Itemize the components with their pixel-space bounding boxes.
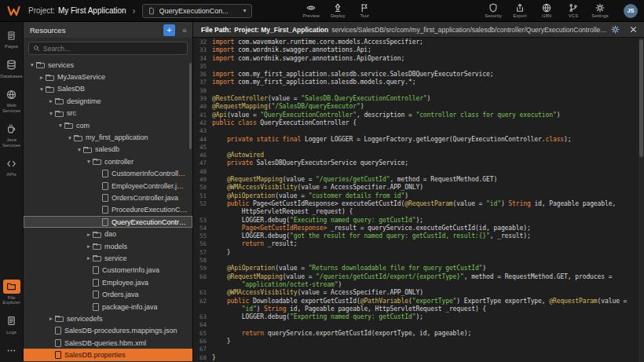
- tree-item-queryexecutioncontroller-java[interactable]: QueryExecutionController.java: [24, 216, 192, 228]
- tree-item-src[interactable]: ▾src: [24, 108, 192, 119]
- tree-item-employeecontroller-java[interactable]: EmployeeController.java: [24, 180, 192, 192]
- caret-right-icon[interactable]: ▸: [85, 243, 93, 250]
- file-settings-gear-icon[interactable]: [611, 25, 620, 34]
- code-line-68[interactable]: 68}: [193, 354, 639, 362]
- collapse-panel-icon[interactable]: [180, 26, 189, 35]
- code-line-wrap[interactable]: "application/octet-stream"): [193, 281, 639, 289]
- topbar-action-deploy[interactable]: Deploy: [328, 3, 347, 18]
- sidebar-scrollbar[interactable]: [189, 63, 192, 149]
- rail-item-databases[interactable]: Databases: [0, 58, 24, 79]
- add-resource-button[interactable]: +: [163, 24, 175, 36]
- code-line-59[interactable]: 59 @ApiOperation(value = "Returns downlo…: [193, 265, 639, 272]
- code-line-wrap[interactable]: "id") String id, Pageable pageable, Http…: [193, 305, 639, 313]
- code-line-52[interactable]: 52 public Page<GetCustIdResponse> execut…: [193, 200, 639, 208]
- caret-right-icon[interactable]: ▸: [85, 231, 93, 238]
- tree-item-com[interactable]: ▾com: [24, 119, 192, 131]
- caret-down-icon[interactable]: ▾: [75, 146, 83, 153]
- caret-down-icon[interactable]: ▾: [28, 61, 36, 68]
- code-line-40[interactable]: 40@RequestMapping("/SalesDB/queryExecuto…: [193, 103, 639, 111]
- tree-item-procedureexecutioncontroller-java[interactable]: ProcedureExecutionController.java: [24, 204, 192, 216]
- code-line-61[interactable]: 61 @WMAccessVisibility(value = AccessSpe…: [193, 289, 639, 297]
- tree-item-orderscontroller-java[interactable]: OrdersController.java: [24, 192, 192, 203]
- topbar-action-preview[interactable]: Preview: [302, 3, 320, 18]
- wavemaker-logo[interactable]: [5, 4, 22, 18]
- tree-item-orders-java[interactable]: Orders.java: [24, 288, 192, 300]
- tree-item-salesdb-queries-hbm-xml[interactable]: SalesDB-queries.hbm.xml: [24, 337, 192, 349]
- code-line-67[interactable]: 67: [193, 346, 639, 353]
- code-line-39[interactable]: 39@RestController(value = "SalesDB.Query…: [193, 95, 639, 103]
- rail-item-more[interactable]: [0, 343, 24, 357]
- caret-right-icon[interactable]: ▸: [85, 254, 93, 261]
- code-line-64[interactable]: 64: [193, 321, 639, 329]
- caret-right-icon[interactable]: ▸: [47, 97, 55, 104]
- rail-item-logs[interactable]: Logs: [0, 314, 24, 335]
- tree-item-salesdb[interactable]: ▾SalesDB: [24, 83, 192, 95]
- code-line-43[interactable]: 43: [193, 127, 639, 135]
- close-file-icon[interactable]: [629, 25, 638, 34]
- code-line-66[interactable]: 66 }: [193, 338, 639, 346]
- caret-down-icon[interactable]: ▾: [85, 158, 93, 165]
- code-line-56[interactable]: 56 return _result;: [193, 240, 639, 248]
- tree-item-my-first-application[interactable]: ▾my_first_application: [24, 131, 192, 143]
- rail-item-web-services[interactable]: Web Services: [0, 87, 24, 113]
- editor-scroll-thumb[interactable]: [639, 39, 643, 157]
- code-line-58[interactable]: 58: [193, 257, 639, 265]
- topbar-action-security[interactable]: Security: [484, 3, 503, 18]
- editor-scrollbar[interactable]: [639, 38, 644, 362]
- tree-item-models[interactable]: ▸models: [24, 240, 192, 252]
- code-line-49[interactable]: 49 @RequestMapping(value = "/queries/get…: [193, 176, 639, 184]
- tree-item-employee-java[interactable]: Employee.java: [24, 276, 192, 288]
- caret-down-icon[interactable]: ▾: [57, 122, 64, 129]
- rail-item-apis[interactable]: APIs: [0, 156, 24, 177]
- code-line-36[interactable]: 36import com.my_first_application.salesd…: [193, 71, 639, 79]
- topbar-action-vcs[interactable]: VCS: [564, 3, 583, 18]
- rail-item-java-services[interactable]: Java Services: [0, 122, 24, 148]
- tree-item-package-info-java[interactable]: package-info.java: [24, 301, 192, 313]
- tree-item-service[interactable]: ▸service: [24, 252, 192, 264]
- code-line-48[interactable]: 48: [193, 168, 639, 176]
- code-line-44[interactable]: 44 private static final Logger LOGGER = …: [193, 136, 639, 144]
- code-line-33[interactable]: 33import com.wordnik.swagger.annotations…: [193, 46, 639, 54]
- code-line-63[interactable]: 63 LOGGER.debug("Exporting named query: …: [193, 313, 639, 321]
- search-input[interactable]: [43, 45, 183, 53]
- tree-item-salesdb[interactable]: ▾salesdb: [24, 144, 192, 155]
- code-line-53[interactable]: 53 LOGGER.debug("Executing named query: …: [193, 217, 639, 225]
- tree-item-customerinfocontroller-java[interactable]: CustomerInfoController.java: [24, 168, 192, 180]
- code-line-37[interactable]: 37import com.my_first_application.salesd…: [193, 79, 639, 86]
- tree-item-customerinfo-java[interactable]: CustomerInfo.java: [24, 265, 192, 276]
- rail-item-pages[interactable]: Pages: [0, 28, 24, 49]
- code-line-57[interactable]: 57 }: [193, 249, 639, 257]
- caret-right-icon[interactable]: ▸: [38, 74, 46, 81]
- code-line-38[interactable]: 38: [193, 87, 639, 95]
- tree-item-myjavaservice[interactable]: ▸MyJavaService: [24, 71, 192, 82]
- code-line-35[interactable]: 35: [193, 63, 639, 71]
- rail-item-file-explorer[interactable]: File Explorer: [0, 280, 24, 305]
- tree-item-servicedefs[interactable]: ▸servicedefs: [24, 313, 192, 324]
- caret-down-icon[interactable]: ▾: [47, 110, 55, 117]
- tree-item-designtime[interactable]: ▸designtime: [24, 95, 192, 107]
- code-line-51[interactable]: 51 @ApiOperation(value = "customer detai…: [193, 192, 639, 200]
- code-line-50[interactable]: 50 @WMAccessVisibility(value = AccessSpe…: [193, 184, 639, 192]
- code-line-46[interactable]: 46 @Autowired: [193, 152, 639, 159]
- code-line-42[interactable]: 42public class QueryExecutionController …: [193, 119, 639, 127]
- code-line-60[interactable]: 60 @RequestMapping(value = "/queries/get…: [193, 273, 639, 281]
- tree-item-salesdb-properties[interactable]: SalesDB.properties: [24, 349, 192, 360]
- code-line-41[interactable]: 41@Api(value = "QueryExecutionController…: [193, 112, 639, 119]
- user-avatar[interactable]: JS: [624, 4, 638, 18]
- topbar-action-i18n[interactable]: i18N: [537, 3, 556, 18]
- tree-item-controller[interactable]: ▾controller: [24, 155, 192, 167]
- caret-right-icon[interactable]: ▸: [47, 315, 55, 322]
- tree-item-services[interactable]: ▾services: [24, 59, 192, 71]
- code-line-45[interactable]: 45: [193, 144, 639, 152]
- topbar-action-settings[interactable]: Settings: [591, 3, 609, 18]
- code-line-32[interactable]: 32import com.wavemaker.runtime.core.mode…: [193, 38, 639, 46]
- code-line-34[interactable]: 34import com.wordnik.swagger.annotations…: [193, 55, 639, 63]
- caret-down-icon[interactable]: ▾: [66, 134, 74, 141]
- topbar-action-tour[interactable]: Tour: [355, 3, 374, 18]
- code-line-47[interactable]: 47 private SalesDBQueryExecutorService q…: [193, 159, 639, 167]
- caret-down-icon[interactable]: ▾: [38, 86, 46, 93]
- code-editor[interactable]: 32import com.wavemaker.runtime.core.mode…: [193, 38, 644, 362]
- code-line-wrap[interactable]: HttpServletRequest _request) {: [193, 208, 639, 216]
- code-line-55[interactable]: 55 LOGGER.debug("got the result for name…: [193, 232, 639, 240]
- tree-item-salesdb-procedures-mappings-json[interactable]: SalesDB-procedures.mappings.json: [24, 325, 192, 337]
